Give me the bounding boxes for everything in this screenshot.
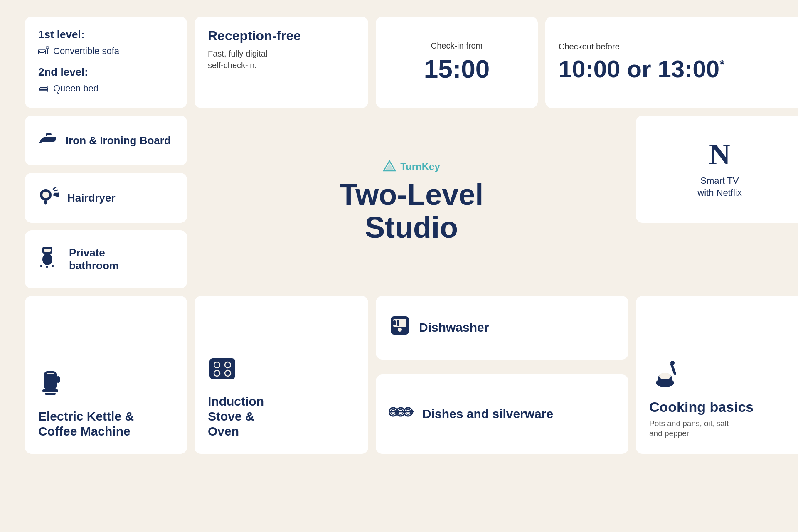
level1-title: 1st level: — [38, 28, 174, 41]
svg-line-7 — [55, 190, 58, 191]
card-cooking: Cooking basics Pots and pans, oil, salta… — [636, 296, 798, 454]
svg-point-4 — [42, 192, 49, 198]
induction-icon — [208, 355, 355, 387]
svg-point-18 — [42, 254, 52, 265]
checkout-label: Checkout before — [559, 42, 620, 52]
smarttv-label: Smart TVwith Netflix — [697, 175, 741, 199]
svg-rect-25 — [57, 376, 60, 383]
iron-label: Iron & Ironing Board — [66, 134, 171, 147]
checkin-label: Check-in from — [431, 41, 483, 51]
svg-rect-35 — [393, 320, 396, 325]
svg-rect-23 — [47, 373, 54, 374]
bathroom-icon — [38, 245, 62, 274]
bed-label-1: Convertible sofa — [53, 46, 119, 57]
reception-title: Reception-free — [208, 28, 355, 44]
dishwasher-label: Dishwasher — [419, 320, 489, 335]
svg-rect-2 — [46, 133, 52, 135]
card-smarttv: N Smart TVwith Netflix — [636, 116, 798, 223]
iron-icon — [38, 130, 58, 151]
card-reception: Reception-free Fast, fully digitalself-c… — [195, 17, 368, 108]
card-induction: InductionStove &Oven — [195, 296, 368, 454]
silverware-icon — [389, 401, 414, 427]
silverware-label: Dishes and silverware — [422, 407, 553, 421]
hairdryer-icon — [38, 187, 60, 209]
svg-rect-27 — [209, 358, 235, 379]
svg-rect-21 — [52, 265, 54, 267]
hairdryer-label: Hairdryer — [67, 192, 116, 204]
svg-rect-36 — [397, 320, 399, 326]
checkout-time: 10:00 or 13:00* — [559, 55, 724, 83]
center-logo-area: TurnKey Two-Level Studio — [195, 116, 628, 288]
svg-rect-26 — [45, 393, 56, 395]
netflix-n: N — [709, 139, 731, 169]
dishwasher-icon — [389, 315, 411, 340]
card-bathroom: Privatebathroom — [25, 230, 187, 288]
turnkey-logo-icon — [383, 160, 396, 173]
svg-point-45 — [659, 373, 671, 379]
svg-point-34 — [398, 328, 402, 332]
cooking-icon — [649, 360, 798, 394]
page-container: 1st level: 🛋 Convertible sofa 2nd level:… — [25, 17, 773, 515]
card-hairdryer: Hairdryer — [25, 173, 187, 223]
induction-label: InductionStove &Oven — [208, 394, 355, 439]
logo-row: TurnKey — [383, 160, 440, 173]
card-checkout: Checkout before 10:00 or 13:00* — [545, 17, 798, 108]
svg-rect-5 — [44, 200, 47, 205]
cooking-label: Cooking basics — [649, 399, 798, 415]
svg-rect-0 — [39, 142, 42, 143]
svg-rect-17 — [44, 249, 51, 252]
card-dishwasher: Dishwasher — [376, 296, 628, 360]
card-checkin: Check-in from 15:00 — [376, 17, 538, 108]
checkin-time: 15:00 — [424, 54, 490, 84]
sofa-icon: 🛋 — [38, 44, 49, 57]
level2-title: 2nd level: — [38, 66, 174, 79]
bathroom-label: Privatebathroom — [69, 246, 119, 272]
kettle-label: Electric Kettle &Coffee Machine — [38, 409, 174, 439]
bed-item-2: 🛏 Queen bed — [38, 82, 174, 95]
card-silverware: Dishes and silverware — [376, 374, 628, 454]
main-title: Two-Level Studio — [340, 178, 484, 244]
card-beds: 1st level: 🛋 Convertible sofa 2nd level:… — [25, 17, 187, 108]
bed-label-2: Queen bed — [53, 83, 99, 94]
kettle-icon — [38, 368, 174, 402]
cooking-sublabel: Pots and pans, oil, saltand pepper — [649, 419, 798, 439]
svg-point-47 — [670, 361, 675, 365]
svg-line-6 — [53, 187, 56, 189]
card-kettle: Electric Kettle &Coffee Machine — [25, 296, 187, 454]
card-iron: Iron & Ironing Board — [25, 116, 187, 165]
svg-rect-19 — [40, 265, 42, 267]
svg-rect-20 — [46, 266, 48, 268]
reception-subtitle: Fast, fully digitalself-check-in. — [208, 48, 355, 71]
bed-icon: 🛏 — [38, 82, 49, 95]
logo-text: TurnKey — [400, 161, 440, 172]
svg-rect-24 — [42, 389, 58, 392]
bed-item-1: 🛋 Convertible sofa — [38, 44, 174, 57]
card-dishwasher-area: Dishwasher Dishes and silverware — [376, 296, 628, 454]
